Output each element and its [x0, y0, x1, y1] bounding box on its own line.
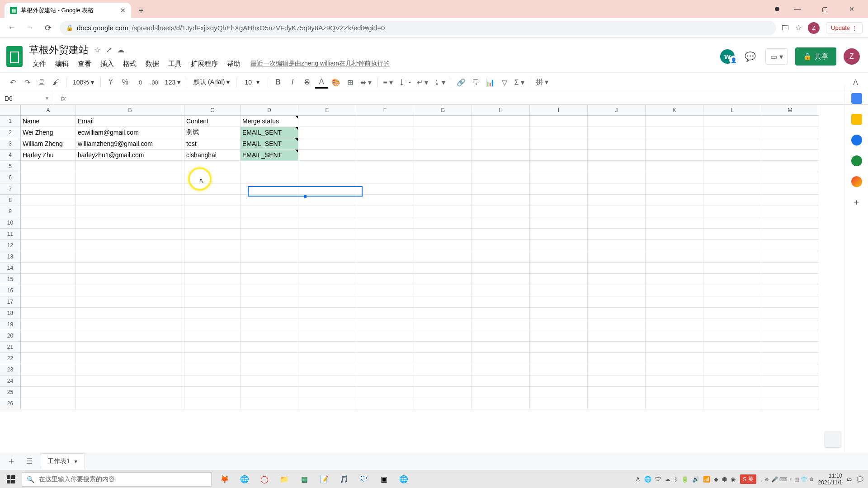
cell[interactable] [530, 150, 588, 161]
cell[interactable] [646, 150, 703, 161]
cell[interactable] [703, 330, 761, 342]
cell[interactable] [646, 240, 703, 251]
music-icon[interactable]: 🎵 [335, 471, 353, 488]
cell[interactable] [588, 116, 646, 127]
account-avatar[interactable]: Z [844, 48, 860, 65]
cell[interactable] [356, 138, 414, 150]
cell[interactable] [530, 138, 588, 150]
cell[interactable] [472, 330, 530, 342]
opera-icon[interactable]: ◯ [256, 471, 273, 488]
cell[interactable] [298, 161, 356, 172]
cell[interactable] [298, 398, 356, 409]
cell[interactable] [703, 172, 761, 183]
cell[interactable] [298, 251, 356, 263]
cell[interactable] [298, 263, 356, 274]
move-icon[interactable]: ⤢ [106, 46, 112, 54]
cell[interactable] [530, 308, 588, 319]
strikethrough-button[interactable]: S [301, 76, 313, 89]
cell[interactable] [646, 274, 703, 285]
cell[interactable] [472, 342, 530, 353]
cell[interactable] [588, 172, 646, 183]
cell[interactable] [646, 161, 703, 172]
cell[interactable] [356, 150, 414, 161]
cell[interactable] [298, 138, 356, 150]
cell[interactable] [588, 138, 646, 150]
print-button[interactable]: 🖶 [35, 76, 48, 89]
cell[interactable] [76, 172, 184, 183]
cell[interactable] [76, 229, 184, 240]
cell[interactable] [588, 353, 646, 364]
cell[interactable] [76, 308, 184, 319]
cell[interactable] [530, 342, 588, 353]
cell[interactable] [761, 161, 819, 172]
cell[interactable] [530, 375, 588, 387]
cell[interactable] [588, 150, 646, 161]
cell[interactable] [530, 206, 588, 217]
cell[interactable] [414, 116, 472, 127]
cell[interactable] [298, 308, 356, 319]
cell[interactable] [21, 240, 76, 251]
cell[interactable]: Email [76, 116, 184, 127]
cell[interactable] [356, 274, 414, 285]
cell[interactable] [414, 330, 472, 342]
cell[interactable] [646, 342, 703, 353]
comment-button[interactable]: 🗨 [469, 76, 482, 89]
cell[interactable] [21, 353, 76, 364]
cell[interactable] [76, 342, 184, 353]
cell[interactable] [356, 263, 414, 274]
cell[interactable] [184, 353, 241, 364]
italic-button[interactable]: I [286, 76, 299, 89]
cell[interactable] [356, 251, 414, 263]
cell[interactable]: EMAIL_SENT [241, 138, 298, 150]
cell[interactable] [703, 274, 761, 285]
column-header[interactable]: I [530, 105, 588, 115]
cell[interactable] [21, 285, 76, 296]
cell[interactable] [761, 150, 819, 161]
column-header[interactable]: E [298, 105, 356, 115]
tray-volume-icon[interactable]: 🔊 [692, 476, 699, 483]
shield-icon[interactable]: 🛡 [355, 471, 373, 488]
cell[interactable] [356, 342, 414, 353]
cell[interactable] [241, 364, 298, 375]
cell[interactable] [298, 330, 356, 342]
cell[interactable] [761, 387, 819, 398]
cell[interactable]: Merge status [241, 116, 298, 127]
tray-expand-icon[interactable]: ᐱ [636, 476, 640, 483]
cell[interactable] [761, 195, 819, 206]
cell[interactable] [588, 127, 646, 138]
cell[interactable] [298, 375, 356, 387]
select-all-corner[interactable] [0, 105, 21, 115]
cell[interactable] [530, 364, 588, 375]
cell[interactable] [703, 387, 761, 398]
cell[interactable] [356, 296, 414, 308]
row-header[interactable]: 15 [0, 274, 21, 285]
cell[interactable] [414, 127, 472, 138]
add-on-plus-icon[interactable]: + [851, 197, 862, 208]
cell[interactable] [184, 274, 241, 285]
cell[interactable] [356, 172, 414, 183]
cell[interactable] [472, 183, 530, 195]
cell[interactable] [414, 240, 472, 251]
cell[interactable] [530, 183, 588, 195]
ime-indicator[interactable]: S英 [740, 474, 756, 484]
column-header[interactable]: G [414, 105, 472, 115]
cell[interactable] [530, 274, 588, 285]
cell[interactable] [588, 229, 646, 240]
cloud-status-icon[interactable]: ☁ [117, 46, 124, 54]
column-header[interactable]: C [184, 105, 241, 115]
cell[interactable] [241, 296, 298, 308]
cell[interactable]: EMAIL_SENT [241, 150, 298, 161]
menu-format[interactable]: 格式 [119, 58, 140, 70]
cell[interactable] [530, 217, 588, 229]
cell[interactable] [298, 353, 356, 364]
cell[interactable] [21, 375, 76, 387]
cell[interactable] [761, 308, 819, 319]
cell[interactable] [703, 206, 761, 217]
cell[interactable] [356, 217, 414, 229]
last-edit-link[interactable]: 最近一次编辑是由zheng william在几秒钟前执行的 [250, 60, 390, 68]
cell[interactable] [241, 206, 298, 217]
back-button[interactable]: ← [5, 22, 18, 34]
paint-format-button[interactable]: 🖌 [50, 76, 62, 89]
bookmark-star-icon[interactable]: ☆ [795, 23, 802, 32]
cell[interactable] [414, 229, 472, 240]
